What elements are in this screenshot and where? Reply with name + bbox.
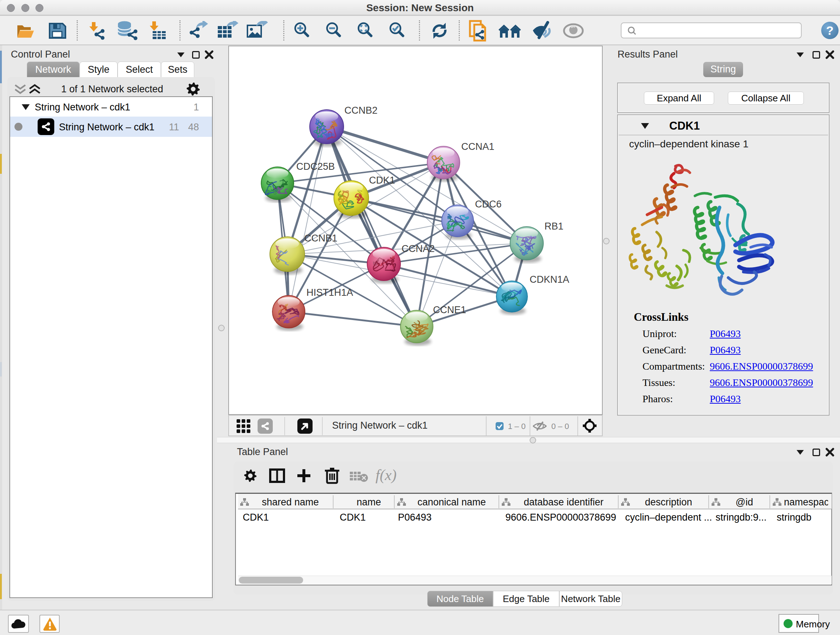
svg-text:CDKN1A: CDKN1A — [530, 274, 569, 285]
svg-text:CCNA2: CCNA2 — [401, 243, 435, 254]
svg-text:CCNE1: CCNE1 — [433, 304, 466, 315]
svg-text:CCNA1: CCNA1 — [461, 141, 494, 152]
svg-text:CCNB2: CCNB2 — [344, 105, 378, 116]
svg-text:HIST1H1A: HIST1H1A — [306, 287, 353, 298]
svg-text:CDC25B: CDC25B — [296, 161, 335, 172]
svg-text:CDC6: CDC6 — [475, 199, 502, 210]
svg-text:CDK1: CDK1 — [369, 175, 395, 186]
svg-text:RB1: RB1 — [545, 221, 564, 232]
svg-text:CCNB1: CCNB1 — [304, 233, 338, 244]
